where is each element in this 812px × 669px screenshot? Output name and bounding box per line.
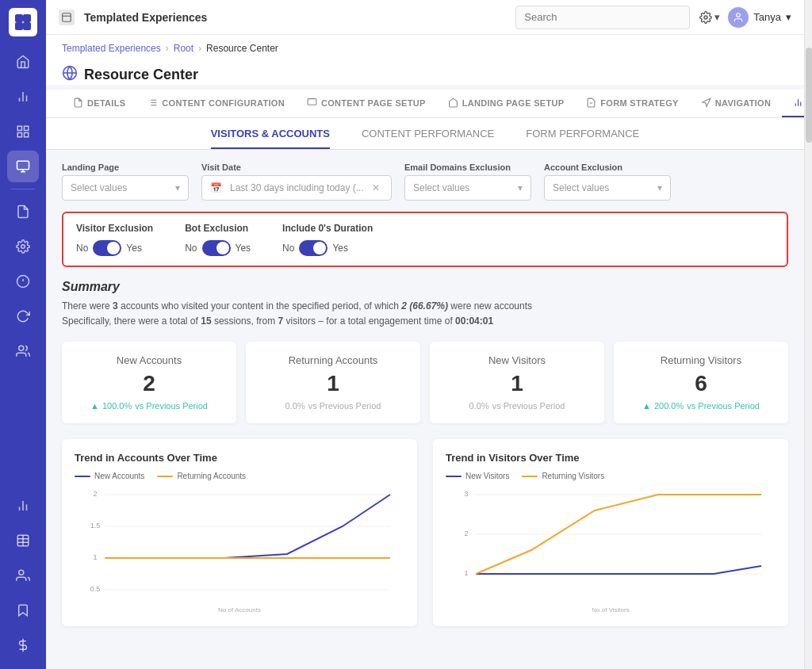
legend-returning-accounts-dot [157,476,173,477]
sidebar-item-home[interactable] [7,46,39,78]
topbar-title: Templated Experiences [84,11,506,24]
filter-visit-date-value: Last 30 days including today (... [230,182,364,193]
svg-rect-1 [23,14,31,22]
inner-content: Landing Page Select values ▾ Visit Date … [46,150,804,639]
returning-visitors-arrow: ▲ [642,401,651,411]
sidebar-item-active[interactable] [7,151,39,182]
sidebar-item-content[interactable] [7,196,39,227]
sidebar-item-user[interactable] [7,335,39,367]
svg-point-26 [19,570,24,575]
svg-rect-40 [308,99,316,105]
main-container: Templated Experiences ▾ Tanya ▾ Template… [46,0,804,669]
tab-analytics[interactable]: ANALYTICS [782,90,804,117]
sidebar-item-refresh[interactable] [7,300,39,332]
accounts-trend-container: 2 1.5 1 0.5 No of Accounts [75,487,404,614]
include-zero-duration-no: No [282,243,294,254]
stat-card-returning-visitors: Returning Visitors 6 ▲ 200.0% vs Previou… [614,342,788,423]
filter-account-exclusion-caret: ▾ [657,182,662,193]
returning-visitors-value: 6 [626,371,776,396]
scroll-indicator[interactable] [804,0,812,669]
svg-text:No of Accounts: No of Accounts [218,606,261,614]
bot-exclusion-no: No [185,243,197,254]
settings-chevron: ▾ [714,11,720,23]
filter-visit-date-select[interactable]: 📅 Last 30 days including today (... ✕ [201,175,392,201]
svg-rect-0 [15,14,23,22]
breadcrumb: Templated Experiences › Root › Resource … [46,35,804,59]
content-scroll[interactable]: Templated Experiences › Root › Resource … [46,35,804,669]
filter-account-exclusion-label: Account Exclusion [544,162,671,172]
stat-cards: New Accounts 2 ▲ 100.0% vs Previous Peri… [62,342,788,423]
returning-visitors-change: ▲ 200.0% vs Previous Period [626,401,776,411]
sidebar-item-users[interactable] [7,560,39,591]
filter-row: Landing Page Select values ▾ Visit Date … [62,162,788,201]
tab-content-page[interactable]: CONTENT PAGE SETUP [296,90,437,117]
sidebar-item-bar-chart[interactable] [7,490,39,522]
sidebar-item-table[interactable] [7,525,39,556]
legend-new-visitors: New Visitors [446,472,509,480]
filter-account-exclusion-value: Select values [553,182,609,193]
topbar-app-icon [59,10,75,25]
toggle-include-zero-duration: Include 0's Duration No Yes [282,223,373,256]
filter-visit-date-clear[interactable]: ✕ [372,182,380,193]
stat-card-returning-accounts: Returning Accounts 1 0.0% vs Previous Pe… [246,342,420,423]
search-input[interactable] [515,6,690,29]
summary-title: Summary [62,280,788,294]
visitor-exclusion-yes: Yes [126,243,142,254]
breadcrumb-templated[interactable]: Templated Experiences [62,43,161,54]
tab-landing-page[interactable]: LANDING PAGE SETUP [437,90,576,117]
toggle-row: Visitor Exclusion No Yes Bot Exclusion N… [62,212,788,267]
legend-new-visitors-dot [446,476,462,477]
sidebar-item-bookmark[interactable] [7,594,39,626]
svg-rect-9 [17,133,21,137]
filter-landing-page-value: Select values [71,182,127,193]
bot-exclusion-toggle[interactable] [202,240,231,256]
svg-text:3: 3 [464,490,468,498]
toggle-bot-exclusion: Bot Exclusion No Yes [185,223,251,256]
filter-landing-page-select[interactable]: Select values ▾ [62,175,189,201]
svg-point-18 [19,346,24,350]
sub-tab-visitors-accounts[interactable]: VISITORS & ACCOUNTS [211,118,330,149]
scroll-thumb[interactable] [806,48,812,143]
calendar-icon: 📅 [210,182,222,193]
sidebar-item-settings[interactable] [7,231,39,262]
new-visitors-change: 0.0% vs Previous Period [442,401,592,411]
stat-card-new-visitors: New Visitors 1 0.0% vs Previous Period [430,342,604,423]
breadcrumb-current: Resource Center [206,43,278,54]
returning-accounts-value: 1 [259,371,408,396]
sub-tab-content-performance[interactable]: CONTENT PERFORMANCE [362,118,494,149]
filter-account-exclusion: Account Exclusion Select values ▾ [544,162,671,201]
visitors-trend-container: 3 2 1 No of Visitors [446,487,776,614]
sub-tab-form-performance[interactable]: FORM PERFORMANCE [526,118,639,149]
visitors-trend-svg: 3 2 1 No of Visitors [446,487,776,614]
accounts-trend-legend: New Accounts Returning Accounts [75,472,404,480]
accounts-trend-title: Trend in Accounts Over Time [75,452,404,464]
svg-text:2: 2 [464,529,468,537]
sidebar-item-grid[interactable] [7,116,39,147]
sidebar-item-analytics[interactable] [7,81,39,113]
new-accounts-value: 2 [75,371,224,396]
breadcrumb-root[interactable]: Root [174,43,193,54]
sidebar-item-circle[interactable] [7,266,39,297]
tab-details[interactable]: DETAILS [62,90,136,117]
user-name: Tanya [753,11,781,23]
sidebar-item-dollar[interactable] [7,629,39,661]
svg-point-31 [737,13,741,17]
user-menu[interactable]: Tanya ▾ [728,7,791,28]
bot-exclusion-label: Bot Exclusion [185,223,251,234]
visitor-exclusion-no: No [76,243,88,254]
tab-navigation[interactable]: NAVIGATION [690,90,782,117]
filter-account-exclusion-select[interactable]: Select values ▾ [544,175,671,201]
svg-rect-8 [25,126,29,130]
visitor-exclusion-toggle[interactable] [93,240,121,256]
filter-email-domains-select[interactable]: Select values ▾ [404,175,531,201]
tab-content-config[interactable]: CONTENT CONFIGURATION [136,90,296,117]
include-zero-duration-control: No Yes [282,240,373,256]
bot-exclusion-yes: Yes [236,243,251,254]
legend-new-accounts: New Accounts [75,472,144,480]
legend-returning-visitors-dot [522,476,538,477]
settings-button[interactable]: ▾ [699,11,720,24]
include-zero-duration-toggle[interactable] [299,240,327,256]
include-zero-duration-label: Include 0's Duration [282,223,373,234]
summary-section: Summary There were 3 accounts who visite… [62,280,788,329]
tab-form-strategy[interactable]: FORM STRATEGY [575,90,689,117]
